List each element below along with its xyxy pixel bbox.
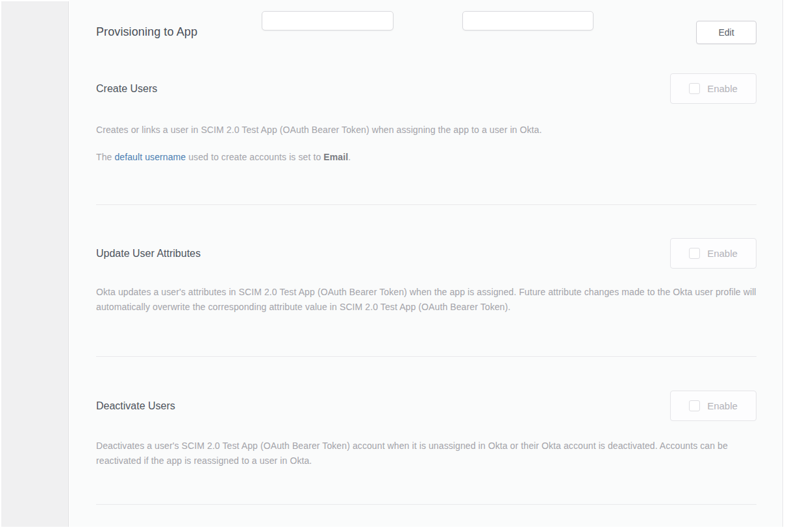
update-attributes-enable-toggle[interactable]: Enable <box>670 238 756 269</box>
deactivate-users-description: Deactivates a user's SCIM 2.0 Test App (… <box>96 439 756 468</box>
section-title: Deactivate Users <box>96 400 175 412</box>
section-deactivate-users: Deactivate Users Enable Deactivates a us… <box>96 391 756 468</box>
deactivate-users-enable-toggle[interactable]: Enable <box>670 391 756 421</box>
create-users-description: Creates or links a user in SCIM 2.0 Test… <box>96 123 756 138</box>
enable-label: Enable <box>707 83 738 94</box>
note-middle: used to create accounts is set to <box>186 152 323 162</box>
update-attributes-description: Okta updates a user's attributes in SCIM… <box>96 285 756 315</box>
note-suffix: . <box>348 152 351 162</box>
edit-button[interactable]: Edit <box>696 21 756 44</box>
panel-content: Provisioning to App Edit Create Users En… <box>69 20 782 527</box>
section-head-deactivate-users: Deactivate Users Enable <box>96 391 756 421</box>
section-head-create-users: Create Users Enable <box>96 73 756 104</box>
section-update-user-attributes: Update User Attributes Enable Okta updat… <box>96 238 756 315</box>
create-users-enable-toggle[interactable]: Enable <box>670 73 756 104</box>
create-users-enable-checkbox[interactable] <box>689 83 700 94</box>
default-username-link[interactable]: default username <box>114 152 186 162</box>
panel-header: Provisioning to App Edit <box>96 20 756 44</box>
note-prefix: The <box>96 152 114 162</box>
create-users-username-note: The default username used to create acco… <box>96 150 756 165</box>
section-divider <box>96 504 756 505</box>
page: Provisioning to App Edit Create Users En… <box>0 0 787 527</box>
provisioning-panel: Provisioning to App Edit Create Users En… <box>69 0 783 527</box>
truncated-input-left[interactable] <box>262 11 393 30</box>
update-attributes-enable-checkbox[interactable] <box>689 248 700 259</box>
enable-label: Enable <box>707 400 738 411</box>
section-head-update-user-attributes: Update User Attributes Enable <box>96 238 756 269</box>
enable-label: Enable <box>707 248 738 259</box>
section-title: Create Users <box>96 83 157 95</box>
left-sidebar <box>1 1 69 527</box>
section-title: Update User Attributes <box>96 248 201 260</box>
deactivate-users-enable-checkbox[interactable] <box>689 400 700 411</box>
section-divider <box>96 204 756 205</box>
section-create-users: Create Users Enable Creates or links a u… <box>96 73 756 165</box>
section-divider <box>96 356 756 357</box>
note-username-value: Email <box>323 152 348 162</box>
truncated-input-right[interactable] <box>462 11 593 30</box>
page-title: Provisioning to App <box>96 25 197 39</box>
